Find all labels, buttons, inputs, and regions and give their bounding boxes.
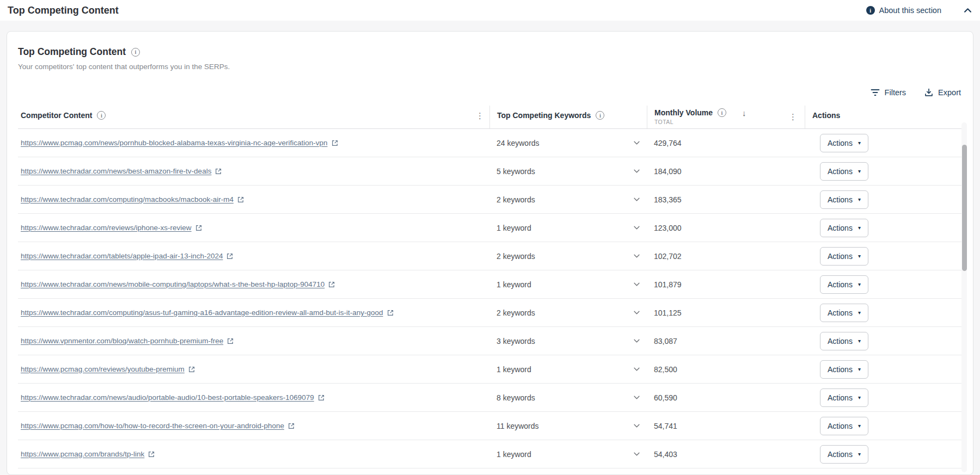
chevron-down-icon[interactable] [634, 282, 640, 286]
keyword-count: 3 keywords [497, 337, 535, 346]
table-scrollbar-track[interactable] [961, 122, 967, 472]
competitor-url-link[interactable]: https://www.pcmag.com/how-to/how-to-reco… [21, 422, 284, 430]
table-row: https://www.techradar.com/tablets/apple-… [18, 242, 962, 270]
monthly-volume-value: 54,741 [654, 422, 677, 430]
keyword-count: 1 keyword [497, 365, 531, 374]
info-icon[interactable]: i [718, 108, 726, 117]
table-row: https://www.techradar.com/reviews/iphone… [18, 214, 962, 242]
download-icon [924, 88, 933, 97]
chevron-down-icon[interactable] [634, 141, 640, 145]
competitor-url-link[interactable]: https://www.techradar.com/tablets/apple-… [21, 252, 223, 260]
column-header-competitor-content[interactable]: Competitor Content i ⋮ [18, 106, 489, 128]
export-button[interactable]: Export [924, 88, 961, 97]
chevron-down-icon[interactable] [634, 226, 640, 230]
monthly-volume-value: 429,764 [654, 139, 682, 147]
external-link-icon[interactable] [288, 423, 295, 429]
actions-button[interactable]: Actions ▾ [820, 332, 868, 350]
competitor-url-link[interactable]: https://www.pcmag.com/brands/tp-link [21, 450, 144, 458]
monthly-volume-value: 102,702 [654, 252, 682, 261]
sort-descending-icon[interactable]: ↓ [742, 108, 746, 118]
chevron-down-icon[interactable] [634, 254, 640, 258]
info-icon[interactable]: i [131, 48, 140, 57]
actions-button[interactable]: Actions ▾ [820, 445, 868, 464]
actions-button[interactable]: Actions ▾ [820, 190, 868, 209]
scrollbar-thumb[interactable] [962, 145, 967, 271]
actions-button[interactable]: Actions ▾ [820, 304, 868, 322]
external-link-icon[interactable] [227, 338, 234, 344]
top-competing-content-card: Top Competing Content i Your competitors… [7, 31, 973, 475]
chevron-down-icon[interactable] [634, 339, 640, 343]
chevron-down-icon[interactable] [634, 424, 640, 428]
keyword-count: 5 keywords [497, 167, 535, 176]
monthly-volume-value: 123,000 [654, 224, 682, 232]
actions-button[interactable]: Actions ▾ [820, 219, 868, 237]
chevron-down-icon[interactable] [634, 311, 640, 314]
external-link-icon[interactable] [188, 366, 195, 373]
monthly-volume-value: 60,590 [654, 393, 677, 402]
caret-down-icon: ▾ [858, 282, 861, 287]
competitor-url-link[interactable]: https://www.techradar.com/reviews/iphone… [21, 224, 192, 232]
competitor-url-link[interactable]: https://www.techradar.com/computing/macb… [21, 195, 234, 203]
chevron-down-icon[interactable] [634, 367, 640, 371]
actions-button[interactable]: Actions ▾ [820, 134, 868, 152]
caret-down-icon: ▾ [858, 197, 861, 202]
info-icon[interactable]: i [97, 111, 106, 120]
monthly-volume-value: 184,090 [654, 167, 682, 176]
table-row: https://www.techradar.com/news/mobile-co… [18, 270, 962, 299]
competitor-url-link[interactable]: https://www.techradar.com/news/audio/por… [21, 393, 314, 402]
about-this-section-label: About this section [879, 6, 941, 15]
column-header-monthly-volume[interactable]: Monthly Volume i ↓ TOTAL ⋮ [647, 106, 805, 128]
external-link-icon[interactable] [332, 140, 338, 146]
caret-down-icon: ▾ [858, 254, 861, 259]
external-link-icon[interactable] [215, 168, 222, 175]
competitor-url-link[interactable]: https://www.techradar.com/news/best-amaz… [21, 167, 211, 175]
filters-button[interactable]: Filters [871, 88, 906, 97]
competitor-url-link[interactable]: https://www.pcmag.com/reviews/youtube-pr… [21, 365, 185, 373]
actions-button[interactable]: Actions ▾ [820, 417, 868, 435]
chevron-down-icon[interactable] [634, 169, 640, 173]
actions-button[interactable]: Actions ▾ [820, 388, 868, 407]
monthly-volume-value: 101,879 [654, 280, 682, 289]
chevron-up-icon[interactable] [964, 8, 971, 13]
keyword-count: 1 keyword [497, 224, 531, 232]
actions-button[interactable]: Actions ▾ [820, 360, 868, 379]
info-icon[interactable]: i [596, 111, 604, 120]
external-link-icon[interactable] [148, 451, 155, 458]
actions-button[interactable]: Actions ▾ [820, 275, 868, 294]
table-row: https://www.pcmag.com/reviews/youtube-pr… [18, 355, 962, 384]
actions-button[interactable]: Actions ▾ [820, 247, 868, 266]
column-header-top-competing-keywords[interactable]: Top Competing Keywords i [489, 106, 647, 128]
chevron-down-icon[interactable] [634, 198, 640, 201]
competitor-url-link[interactable]: https://www.techradar.com/news/mobile-co… [21, 280, 324, 288]
column-header-actions: Actions [805, 106, 962, 128]
monthly-volume-value: 183,365 [654, 195, 682, 204]
caret-down-icon: ▾ [858, 423, 861, 429]
kebab-menu-icon[interactable]: ⋮ [789, 113, 805, 121]
competitor-url-link[interactable]: https://www.pcmag.com/news/pornhub-block… [21, 139, 328, 147]
external-link-icon[interactable] [226, 253, 233, 260]
card-title: Top Competing Content [18, 46, 126, 58]
caret-down-icon: ▾ [858, 452, 861, 457]
actions-button[interactable]: Actions ▾ [820, 162, 868, 181]
keyword-count: 11 keywords [497, 422, 539, 430]
about-this-section-link[interactable]: i About this section [866, 6, 941, 15]
filter-icon [871, 89, 880, 96]
external-link-icon[interactable] [195, 225, 202, 231]
keyword-count: 1 keyword [497, 450, 531, 459]
competitor-url-link[interactable]: https://www.techradar.com/computing/asus… [21, 309, 383, 317]
keyword-count: 2 keywords [497, 252, 535, 261]
volume-total-sublabel: TOTAL [654, 119, 746, 125]
chevron-down-icon[interactable] [634, 452, 640, 456]
filters-label: Filters [885, 88, 906, 97]
caret-down-icon: ▾ [858, 310, 861, 316]
competing-content-table: Competitor Content i ⋮ Top Competing Key… [18, 106, 962, 468]
external-link-icon[interactable] [237, 196, 244, 203]
external-link-icon[interactable] [318, 394, 324, 401]
external-link-icon[interactable] [387, 310, 394, 316]
chevron-down-icon[interactable] [634, 396, 640, 399]
table-row: https://www.techradar.com/computing/macb… [18, 186, 962, 214]
external-link-icon[interactable] [328, 281, 335, 288]
kebab-menu-icon[interactable]: ⋮ [476, 112, 489, 120]
competitor-url-link[interactable]: https://www.vpnmentor.com/blog/watch-por… [21, 337, 223, 345]
monthly-volume-value: 54,403 [654, 450, 677, 459]
